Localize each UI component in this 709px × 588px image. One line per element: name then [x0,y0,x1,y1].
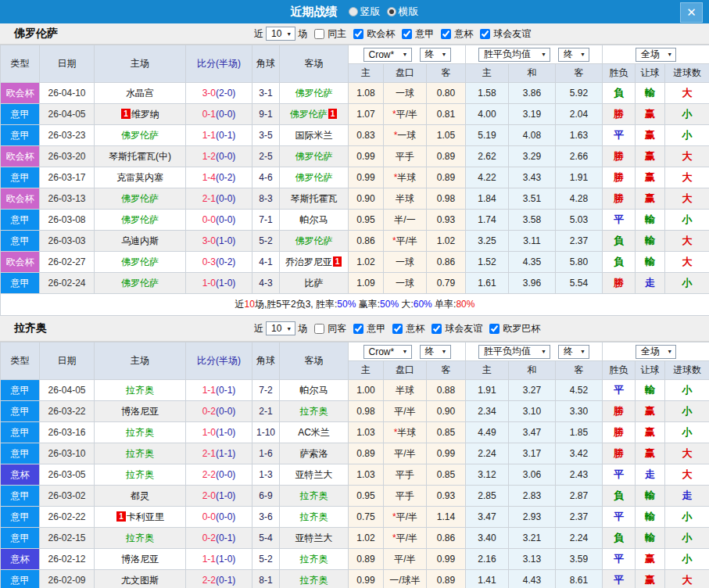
odds-home-value: 1.03 [349,422,384,443]
league-filter-checkbox[interactable] [441,29,451,39]
summary-segment: 单率: [432,299,457,310]
odds-company-select[interactable]: Crow*▼ [363,345,412,359]
odds-company-select[interactable]: Crow*▼ [363,48,412,62]
result-goals: 大 [665,231,709,252]
league-filter-checkbox[interactable] [480,29,490,39]
sub-column-header: 进球数 [665,361,709,380]
league-filter-checkbox[interactable] [489,324,500,334]
match-row: 意甲26-03-16拉齐奥1-0(1-0)1-10AC米兰1.03*半球0.85… [1,422,709,443]
league-filter-checkbox[interactable] [353,324,363,334]
home-team-cell: 佛罗伦萨 [95,273,186,294]
odds-company-select-value: Crow* [369,49,395,60]
close-button[interactable]: ✕ [680,2,703,23]
score-cell: 1-1(0-1) [186,380,252,401]
away-team-cell: 琴斯托霍瓦 [280,188,349,210]
avg-type-select-value: 胜平负均值 [484,345,531,358]
layout-radio[interactable] [349,7,358,16]
league-filter-checkbox[interactable] [402,29,412,39]
sub-column-header: 盘口 [384,64,427,83]
result-handicap: 輸 [636,528,665,549]
match-date: 26-02-24 [40,273,95,294]
same-venue-checkbox[interactable] [314,324,324,334]
home-team-cell: 拉齐奥 [95,422,186,443]
league-filter-checkbox[interactable] [353,29,363,39]
corner-score: 6-9 [252,486,280,507]
avg-stage-select[interactable]: 终▼ [558,345,589,359]
corner-score: 3-5 [252,125,280,146]
odds-group-dropdowns: Crow*▼终▼ [349,48,465,62]
match-date: 26-03-16 [40,422,95,443]
half-time-score: (1-0) [216,427,235,438]
odds-handicap-value: 平/半 [384,549,427,570]
result-handicap: 赢 [636,167,665,188]
league-type-badge: 意甲 [1,380,40,401]
league-filter-label: 意杯 [406,322,424,335]
avg-stage-select[interactable]: 终▼ [558,48,589,62]
odds-stage-select[interactable]: 终▼ [420,48,451,62]
team-title: 佛罗伦萨 [14,27,58,41]
odds-stage-select[interactable]: 终▼ [420,345,451,359]
result-goals: 大 [665,188,709,210]
result-goals: 走 [665,486,709,507]
away-team-cell: 拉齐奥 [280,570,349,588]
corner-score: 1-10 [252,422,280,443]
chevron-down-icon: ▼ [541,52,546,57]
league-filter-label: 球会友谊 [493,27,531,41]
odds-handicap-value: *一球 [384,125,427,146]
home-team-cell: 尤文图斯 [95,570,186,588]
avg-draw-value: 3.86 [509,83,556,104]
same-venue-checkbox[interactable] [314,29,324,39]
match-scope-select[interactable]: 全场▼ [636,345,676,359]
away-team-cell: 比萨 [280,273,349,294]
odds-home-value: 0.90 [349,188,384,210]
match-scope-select[interactable]: 全场▼ [636,48,676,62]
odds-home-value: 0.83 [349,125,384,146]
full-time-score: 2-1 [202,193,216,204]
away-team-name: 国际米兰 [295,130,333,141]
result-goals: 大 [665,167,709,188]
league-filter-checkbox[interactable] [392,324,403,334]
chevron-down-icon: ▼ [541,349,546,354]
odds-home-value: 0.99 [349,146,384,167]
home-team-name: 克雷莫内塞 [116,172,163,183]
summary-segment: 50% [337,299,356,310]
result-outcome: 勝 [603,401,636,422]
full-time-score: 3-0 [202,88,216,99]
recent-count-select[interactable]: 10▼ [266,27,295,41]
recent-count-select[interactable]: 10▼ [266,321,295,335]
full-time-score: 1-4 [202,172,216,183]
odds-group-header: Crow*▼终▼ [349,342,466,361]
corner-score: 7-1 [252,210,280,231]
half-time-score: (0-0) [216,511,235,522]
away-team-cell: 拉齐奥 [280,549,349,570]
home-team-cell: 佛罗伦萨 [95,125,186,146]
half-time-score: (2-0) [216,88,235,99]
avg-group-dropdowns: 胜平负均值▼终▼ [466,345,602,359]
league-filter-checkbox[interactable] [431,324,442,334]
avg-home-value: 1.84 [466,188,509,210]
odds-home-value: 1.02 [349,528,384,549]
full-time-score: 1-1 [202,554,216,565]
result-handicap: 赢 [636,443,665,464]
result-outcome: 勝 [603,443,636,464]
odds-handicap-value: 半球 [384,188,427,210]
column-header: 比分(半场) [186,45,252,83]
half-time-score: (0-1) [216,385,235,396]
avg-draw-value: 3.47 [509,422,556,443]
section-header-bar: 佛罗伦萨近10▼场同主欧会杯意甲意杯球会友谊 [0,23,709,45]
half-time-score: (0-0) [216,151,235,162]
result-outcome: 平 [603,507,636,528]
sub-column-header: 让球 [636,64,665,83]
match-scope-select-value: 全场 [641,48,660,61]
match-row: 意杯26-02-12博洛尼亚1-1(1-0)5-2拉齐奥0.89平/半0.992… [1,549,709,570]
result-goals: 小 [665,422,709,443]
layout-radio[interactable] [387,7,396,16]
result-goals: 大 [665,570,709,588]
recent-count-select-value: 10 [271,28,281,39]
match-date: 26-03-02 [40,486,95,507]
avg-type-select[interactable]: 胜平负均值▼ [478,345,550,359]
result-goals: 大 [665,464,709,486]
full-time-score: 1-1 [202,385,216,396]
league-type-badge: 意甲 [1,125,40,146]
avg-type-select[interactable]: 胜平负均值▼ [478,48,550,62]
